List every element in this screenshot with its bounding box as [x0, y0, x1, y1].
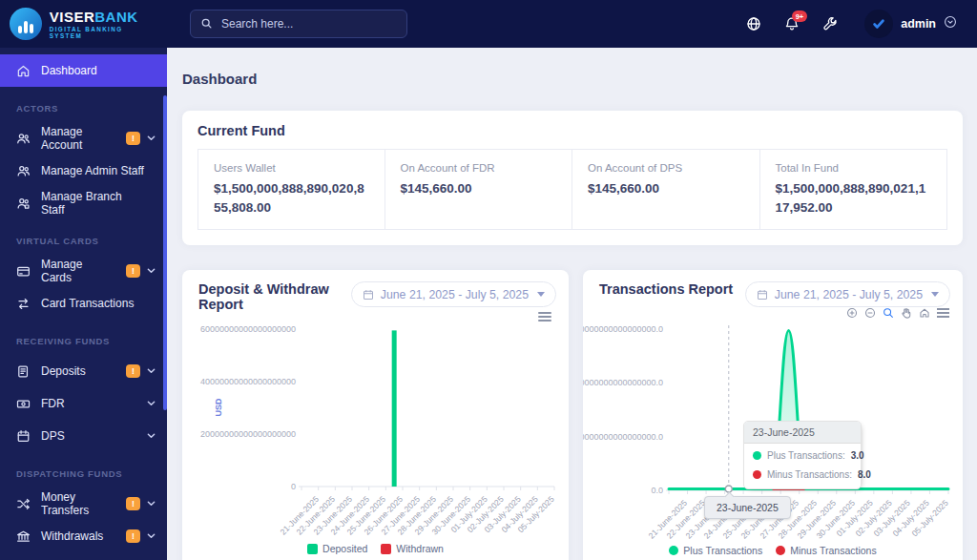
language-globe-icon[interactable] — [746, 16, 761, 31]
fund-stat-users-wallet: Users Wallet$1,500,000,888,890,020,855,8… — [197, 149, 385, 230]
current-fund-title: Current Fund — [197, 123, 947, 138]
stat-value: $145,660.00 — [588, 179, 744, 198]
card-icon — [16, 264, 31, 279]
search-input[interactable] — [190, 10, 407, 38]
legend-marker — [776, 546, 785, 555]
stat-value: $145,660.00 — [401, 179, 557, 198]
chevron-down-icon — [147, 429, 156, 443]
chevron-down-icon — [147, 264, 156, 278]
sidebar-section-label: ACTORS — [16, 103, 167, 114]
sidebar-item-money-transfers[interactable]: Money Transfers! — [0, 487, 167, 520]
chevron-down-icon — [147, 364, 156, 378]
tooltip-date: 23-June-2025 — [744, 422, 861, 444]
notifications-bell-icon[interactable]: 9+ — [784, 16, 800, 31]
sidebar-item-dps[interactable]: DPS — [0, 420, 167, 452]
sidebar-section-label: DISPATCHING FUNDS — [16, 468, 167, 479]
legend-label: Plus Transactions — [683, 545, 762, 556]
y-axis-tick-label: 60000000000000000000 — [200, 324, 296, 334]
notification-count-badge: 9+ — [792, 10, 808, 22]
sidebar-item-card-transactions[interactable]: Card Transactions — [0, 287, 167, 320]
sidebar-item-label: Dashboard — [41, 64, 97, 77]
content-area: Dashboard Current Fund Users Wallet$1,50… — [167, 48, 977, 560]
sidebar-item-label: Manage Admin Staff — [41, 164, 144, 177]
sidebar-item-manage-account[interactable]: Manage Account! — [0, 122, 167, 155]
bank-icon — [16, 529, 31, 544]
sidebar-item-label: DPS — [41, 429, 65, 443]
current-fund-card: Current Fund Users Wallet$1,500,000,888,… — [182, 111, 963, 245]
sidebar-menu: DashboardACTORSManage Account!Manage Adm… — [0, 48, 167, 560]
search-icon — [200, 17, 213, 30]
current-fund-stats: Users Wallet$1,500,000,888,890,020,855,8… — [197, 149, 947, 230]
deposit-withdraw-date-range-picker[interactable]: June 21, 2025 - July 5, 2025 — [351, 281, 556, 307]
legend-marker — [381, 544, 391, 554]
reset-home-icon[interactable] — [919, 307, 930, 319]
legend-label: Withdrawn — [396, 543, 444, 554]
selection-zoom-icon[interactable] — [883, 307, 894, 319]
sidebar-item-label: FDR — [41, 397, 65, 410]
user-menu[interactable]: admin — [864, 10, 957, 38]
chart-menu-icon[interactable] — [937, 306, 949, 319]
sidebar-item-manage-admin-staff[interactable]: Manage Admin Staff — [0, 155, 167, 187]
legend-label: Minus Transactions — [790, 545, 876, 556]
legend-item-plus-transactions[interactable]: Plus Transactions — [669, 545, 762, 556]
legend-label: Deposited — [322, 543, 367, 554]
stat-label: On Account of DPS — [588, 162, 744, 174]
settings-wrench-icon[interactable] — [822, 16, 838, 31]
deposit-withdraw-report-card: Deposit & Withdraw Report June 21, 2025 … — [182, 270, 569, 560]
search-box — [190, 10, 407, 38]
sidebar-item-label: Manage Branch Staff — [41, 190, 145, 217]
tooltip-row: Plus Transactions:3.0 — [744, 444, 861, 463]
fdr-icon — [16, 397, 31, 411]
transfers-icon — [16, 497, 31, 511]
sidebar-scrollbar[interactable] — [163, 95, 167, 410]
chart-tooltip: 23-June-2025Plus Transactions:3.0Minus T… — [743, 421, 862, 489]
stat-label: Users Wallet — [214, 162, 369, 174]
chart-menu-icon[interactable] — [538, 310, 551, 323]
brand-name: VISERBANK — [50, 10, 157, 24]
alert-badge: ! — [126, 529, 140, 543]
avatar — [864, 10, 893, 38]
home-icon — [16, 64, 31, 78]
sidebar-item-label: Manage Account — [41, 125, 115, 152]
sidebar-item-loans[interactable]: Loans! — [0, 552, 167, 560]
brand-logo[interactable]: VISERBANK DIGITAL BANKING SYSTEM — [0, 0, 167, 48]
stat-value: $1,500,000,888,890,021,117,952.00 — [776, 179, 932, 217]
transactions-report-card: Transactions Report June 21, 2025 - July… — [583, 270, 963, 560]
sidebar-item-manage-cards[interactable]: Manage Cards! — [0, 255, 167, 287]
users-icon — [16, 132, 31, 146]
y-axis-tick-label: 40000000000000000000.0 — [583, 378, 663, 387]
transactions-report-title: Transactions Report — [599, 281, 733, 297]
dps-icon — [16, 429, 31, 444]
user-name: admin — [901, 17, 936, 31]
deposit-withdraw-report-title: Deposit & Withdraw Report — [198, 281, 351, 312]
zoom-in-icon[interactable] — [846, 307, 858, 319]
caret-down-icon — [537, 292, 545, 297]
y-axis-tick-label: 60000000000000000000.0 — [583, 324, 663, 334]
brand-logo-icon — [10, 8, 42, 40]
legend-item-withdrawn[interactable]: Withdrawn — [381, 543, 444, 554]
alert-badge: ! — [126, 497, 140, 510]
tooltip-row: Minus Transactions:8.0 — [744, 463, 861, 488]
topbar: 9+ admin — [167, 0, 977, 48]
stat-label: On Account of FDR — [401, 162, 557, 174]
sidebar-item-deposits[interactable]: Deposits! — [0, 355, 167, 387]
sidebar-item-label: Manage Cards — [41, 258, 115, 284]
stat-value: $1,500,000,888,890,020,855,808.00 — [214, 179, 369, 217]
sidebar-item-withdrawals[interactable]: Withdrawals! — [0, 520, 167, 552]
sidebar: VISERBANK DIGITAL BANKING SYSTEM Dashboa… — [0, 0, 167, 560]
sidebar-item-label: Card Transactions — [41, 297, 134, 310]
sidebar-item-manage-branch-staff[interactable]: Manage Branch Staff — [0, 187, 167, 219]
pan-hand-icon[interactable] — [901, 307, 912, 319]
legend-item-minus-transactions[interactable]: Minus Transactions — [776, 545, 876, 556]
fund-stat-on-account-of-dps: On Account of DPS$145,660.00 — [572, 149, 760, 230]
stat-label: Total In Fund — [776, 162, 932, 174]
legend-marker — [307, 544, 318, 554]
sidebar-item-dashboard[interactable]: Dashboard — [0, 54, 167, 87]
alert-badge: ! — [126, 264, 140, 278]
transactions-date-range-picker[interactable]: June 21, 2025 - July 5, 2025 — [745, 281, 950, 307]
legend-item-deposited[interactable]: Deposited — [307, 543, 367, 554]
sidebar-item-fdr[interactable]: FDR — [0, 387, 167, 420]
y-axis-tick-label: 40000000000000000000 — [200, 377, 296, 386]
chart-legend: Plus TransactionsMinus Transactions — [583, 545, 963, 556]
zoom-out-icon[interactable] — [864, 307, 876, 319]
